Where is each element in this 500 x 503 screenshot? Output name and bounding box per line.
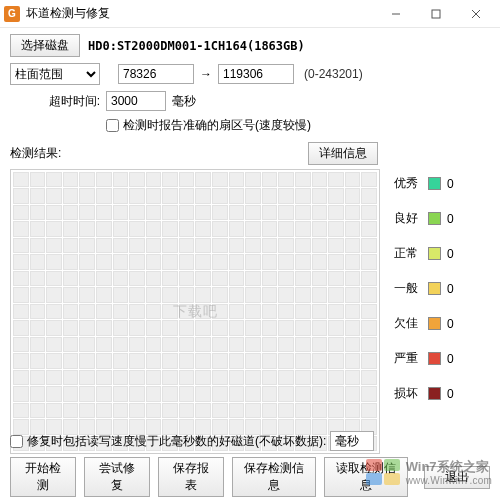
grid-cell xyxy=(30,188,46,203)
grid-cell xyxy=(229,320,245,335)
grid-cell xyxy=(13,403,29,418)
grid-cell xyxy=(195,403,211,418)
grid-cell xyxy=(278,238,294,253)
grid-cell xyxy=(295,238,311,253)
grid-cell xyxy=(345,353,361,368)
grid-cell xyxy=(162,271,178,286)
grid-cell xyxy=(361,337,377,352)
legend-row: 良好0 xyxy=(394,210,459,227)
grid-cell xyxy=(295,403,311,418)
detail-info-button[interactable]: 详细信息 xyxy=(308,142,378,165)
grid-cell xyxy=(212,254,228,269)
grid-cell xyxy=(113,370,129,385)
grid-cell xyxy=(312,221,328,236)
grid-cell xyxy=(129,287,145,302)
grid-cell xyxy=(295,172,311,187)
grid-cell xyxy=(146,221,162,236)
grid-cell xyxy=(195,320,211,335)
grid-cell xyxy=(262,205,278,220)
grid-cell xyxy=(113,221,129,236)
grid-cell xyxy=(46,337,62,352)
grid-cell xyxy=(361,172,377,187)
legend-name: 一般 xyxy=(394,280,422,297)
grid-cell xyxy=(229,337,245,352)
try-repair-button[interactable]: 尝试修复 xyxy=(84,457,150,497)
report-sector-checkbox[interactable] xyxy=(106,119,119,132)
grid-cell xyxy=(262,271,278,286)
maximize-button[interactable] xyxy=(416,0,456,28)
grid-cell xyxy=(345,238,361,253)
grid-cell xyxy=(113,188,129,203)
grid-cell xyxy=(113,353,129,368)
range-hint-label: (0-243201) xyxy=(304,67,363,81)
grid-cell xyxy=(30,304,46,319)
grid-cell xyxy=(195,271,211,286)
minimize-button[interactable] xyxy=(376,0,416,28)
legend-swatch-icon xyxy=(428,177,441,190)
save-report-button[interactable]: 保存报表 xyxy=(158,457,224,497)
grid-cell xyxy=(63,188,79,203)
grid-cell xyxy=(162,221,178,236)
save-scan-info-button[interactable]: 保存检测信息 xyxy=(232,457,316,497)
grid-cell xyxy=(146,271,162,286)
grid-cell xyxy=(79,238,95,253)
grid-cell xyxy=(262,188,278,203)
grid-cell xyxy=(262,304,278,319)
grid-cell xyxy=(179,188,195,203)
grid-cell xyxy=(262,320,278,335)
grid-cell xyxy=(46,172,62,187)
grid-cell xyxy=(361,238,377,253)
grid-cell xyxy=(79,205,95,220)
start-scan-button[interactable]: 开始检测 xyxy=(10,457,76,497)
grid-cell xyxy=(295,271,311,286)
grid-cell xyxy=(212,403,228,418)
grid-cell xyxy=(162,287,178,302)
grid-cell xyxy=(278,403,294,418)
grid-cell xyxy=(113,386,129,401)
grid-cell xyxy=(212,221,228,236)
grid-cell xyxy=(162,254,178,269)
grid-cell xyxy=(13,287,29,302)
grid-cell xyxy=(245,287,261,302)
grid-cell xyxy=(96,188,112,203)
grid-cell xyxy=(179,370,195,385)
grid-cell xyxy=(361,386,377,401)
timeout-input[interactable] xyxy=(106,91,166,111)
grid-cell xyxy=(13,221,29,236)
legend-swatch-icon xyxy=(428,282,441,295)
grid-cell xyxy=(245,337,261,352)
grid-cell xyxy=(79,337,95,352)
grid-cell xyxy=(229,403,245,418)
repair-ms-input[interactable] xyxy=(330,431,374,451)
grid-cell xyxy=(162,403,178,418)
grid-cell xyxy=(179,238,195,253)
read-scan-info-button[interactable]: 读取检测信息 xyxy=(324,457,408,497)
range-to-input[interactable] xyxy=(218,64,294,84)
grid-cell xyxy=(113,172,129,187)
legend-swatch-icon xyxy=(428,387,441,400)
grid-cell xyxy=(146,205,162,220)
grid-cell xyxy=(328,287,344,302)
grid-cell xyxy=(195,238,211,253)
range-from-input[interactable] xyxy=(118,64,194,84)
grid-cell xyxy=(162,337,178,352)
exit-button[interactable]: 退出 xyxy=(424,466,490,489)
grid-cell xyxy=(262,287,278,302)
legend-name: 良好 xyxy=(394,210,422,227)
range-mode-select[interactable]: 柱面范围 xyxy=(10,63,100,85)
grid-cell xyxy=(96,287,112,302)
grid-cell xyxy=(179,271,195,286)
close-button[interactable] xyxy=(456,0,496,28)
grid-cell xyxy=(79,403,95,418)
repair-slow-checkbox[interactable] xyxy=(10,435,23,448)
grid-cell xyxy=(79,320,95,335)
grid-cell xyxy=(328,188,344,203)
legend-name: 正常 xyxy=(394,245,422,262)
grid-cell xyxy=(245,172,261,187)
select-disk-button[interactable]: 选择磁盘 xyxy=(10,34,80,57)
grid-cell xyxy=(113,304,129,319)
grid-cell xyxy=(129,172,145,187)
legend-count: 0 xyxy=(447,352,459,366)
grid-cell xyxy=(146,238,162,253)
grid-cell xyxy=(345,386,361,401)
